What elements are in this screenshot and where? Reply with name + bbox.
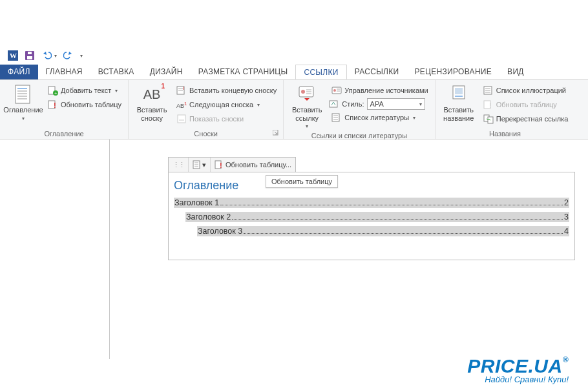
svg-point-24 [301, 90, 305, 94]
ribbon-tabs: ФАЙЛ ГЛАВНАЯ ВСТАВКА ДИЗАЙН РАЗМЕТКА СТР… [0, 65, 588, 80]
save-icon[interactable] [25, 50, 35, 61]
toc-button[interactable]: Оглавление ▾ [4, 83, 43, 123]
insert-caption-button[interactable]: Вставить название [439, 83, 478, 123]
toc-menu-button[interactable]: ▾ [189, 158, 211, 172]
update-captions-label: Обновить таблицу [496, 101, 557, 108]
undo-dropdown[interactable]: ▾ [54, 53, 57, 59]
ribbon: Оглавление ▾ + Добавить текст ▾ ! Обнови… [0, 80, 588, 139]
svg-point-29 [333, 89, 336, 92]
cross-ref-label: Перекрестная ссылка [496, 115, 569, 123]
toc-entry[interactable]: Заголовок 2 3 [185, 212, 569, 222]
citation-icon [297, 84, 317, 105]
group-citations: Вставить ссылку ▾ Управление источниками… [284, 80, 435, 139]
chevron-down-icon: ▾ [202, 161, 206, 169]
toc-field-handle: ⋮⋮ ▾ ! Обновить таблицу... [168, 157, 296, 172]
toc-button-label: Оглавление [3, 106, 43, 114]
insert-endnote-label: Вставить концевую сноску [189, 87, 277, 94]
svg-text:!: ! [489, 101, 491, 109]
style-select[interactable]: APA ▾ [367, 98, 425, 110]
left-gutter [0, 139, 110, 359]
svg-text:i: i [183, 85, 184, 91]
svg-text:!: ! [54, 101, 56, 109]
add-text-button[interactable]: + Добавить текст ▾ [45, 84, 124, 97]
insert-endnote-button[interactable]: i Вставить концевую сноску [174, 84, 279, 97]
qat-customize-dropdown[interactable]: ▾ [80, 53, 83, 59]
toc-leader [232, 219, 563, 220]
watermark-logo: PRICE.UA® Найди! Сравни! Купи! [467, 355, 569, 384]
registered-icon: ® [563, 355, 569, 364]
add-text-icon: + [48, 85, 58, 96]
group-captions-label: Названия [439, 129, 571, 138]
dialog-launcher-icon[interactable] [273, 130, 279, 136]
chevron-down-icon: ▾ [115, 88, 118, 94]
show-notes-button[interactable]: Показать сноски [174, 112, 279, 125]
cross-ref-button[interactable]: Перекрестная ссылка [481, 112, 571, 125]
toc-icon [13, 84, 34, 105]
endnote-icon: i [176, 85, 187, 96]
next-footnote-label: Следующая сноска [189, 101, 253, 108]
tooltip: Обновить таблицу [266, 175, 338, 188]
style-label: Стиль: [342, 100, 364, 108]
redo-icon[interactable] [63, 50, 74, 61]
svg-rect-3 [27, 56, 32, 59]
list-illus-label: Список иллюстраций [496, 87, 566, 94]
tab-home[interactable]: ГЛАВНАЯ [38, 65, 90, 79]
chevron-down-icon: ▾ [413, 115, 415, 121]
group-citations-label: Ссылки и списки литературы [288, 130, 430, 139]
manage-sources-label: Управление источниками [344, 87, 428, 94]
tab-view[interactable]: ВИД [499, 65, 532, 79]
page[interactable]: ⋮⋮ ▾ ! Обновить таблицу... Обновить табл… [110, 139, 588, 359]
insert-caption-label: Вставить название [441, 106, 477, 122]
toc-handle-grip[interactable]: ⋮⋮ [169, 158, 189, 172]
toc-leader [220, 205, 563, 205]
footnote-icon: AB 1 [142, 84, 162, 105]
manage-sources-button[interactable]: Управление источниками [329, 84, 430, 97]
chevron-down-icon: ▾ [306, 123, 308, 129]
bibliography-label: Список литературы [344, 114, 409, 121]
update-captions-button[interactable]: ! Обновить таблицу [481, 98, 571, 111]
caption-icon [448, 84, 469, 105]
toc-entry[interactable]: Заголовок 3 4 [197, 226, 569, 236]
next-footnote-button[interactable]: AB1 Следующая сноска ▾ [174, 98, 279, 111]
toc-leader [244, 233, 563, 234]
tab-design[interactable]: ДИЗАЙН [142, 65, 191, 79]
chevron-down-icon: ▾ [419, 101, 422, 107]
toc-title: Оглавление [174, 179, 569, 192]
tab-insert[interactable]: ВСТАВКА [90, 65, 142, 79]
toc-entry[interactable]: Заголовок 1 2 [174, 198, 569, 208]
toc-entry-page: 2 [564, 198, 569, 207]
show-notes-icon [176, 114, 187, 124]
toc-update-label: Обновить таблицу... [226, 161, 291, 169]
insert-footnote-button[interactable]: AB 1 Вставить сноску [132, 83, 171, 123]
update-toc-icon: ! [48, 99, 58, 110]
toc-update-button[interactable]: ! Обновить таблицу... [211, 158, 295, 172]
group-footnotes: AB 1 Вставить сноску i Вставить концевую… [129, 80, 284, 139]
svg-text:+: + [54, 90, 58, 96]
chevron-down-icon: ▾ [257, 102, 260, 108]
cross-ref-icon [483, 114, 494, 124]
toc-entry-text: Заголовок 1 [174, 198, 219, 207]
insert-citation-button[interactable]: Вставить ссылку ▾ [288, 83, 326, 130]
next-footnote-icon: AB1 [176, 99, 187, 110]
toc-entry-text: Заголовок 3 [198, 227, 242, 236]
style-icon [329, 99, 339, 109]
toc-field[interactable]: ⋮⋮ ▾ ! Обновить таблицу... Обновить табл… [168, 172, 575, 260]
tab-layout[interactable]: РАЗМЕТКА СТРАНИЦЫ [191, 65, 296, 79]
update-icon: ! [215, 160, 224, 169]
add-text-label: Добавить текст [61, 87, 111, 94]
svg-text:!: ! [220, 161, 222, 169]
tab-review[interactable]: РЕЦЕНЗИРОВАНИЕ [406, 65, 499, 79]
tab-mailings[interactable]: РАССЫЛКИ [347, 65, 407, 79]
bibliography-button[interactable]: Список литературы ▾ [329, 111, 430, 124]
list-illustrations-button[interactable]: Список иллюстраций [481, 84, 571, 97]
update-captions-icon: ! [483, 99, 494, 110]
group-captions: Вставить название Список иллюстраций ! О… [436, 80, 575, 139]
tab-file[interactable]: ФАЙЛ [0, 65, 38, 79]
brand-text: PRICE.UA [467, 355, 562, 377]
toc-entry-text: Заголовок 2 [186, 212, 231, 222]
svg-rect-4 [28, 52, 32, 54]
tab-references[interactable]: ССЫЛКИ [295, 65, 346, 79]
bibliography-icon [331, 112, 342, 123]
undo-icon[interactable] [41, 50, 52, 61]
update-toc-button[interactable]: ! Обновить таблицу [45, 98, 124, 111]
